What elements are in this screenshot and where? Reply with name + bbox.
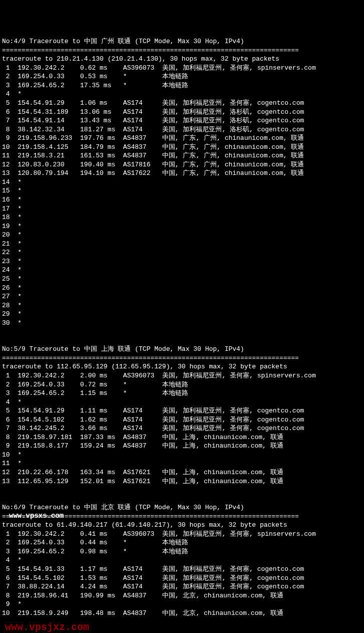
terminal-output: No:4/9 Traceroute to 中国 广州 联通 (TCP Mode,…: [2, 37, 362, 617]
watermark-text: www.vpsjxz.com: [5, 620, 89, 633]
